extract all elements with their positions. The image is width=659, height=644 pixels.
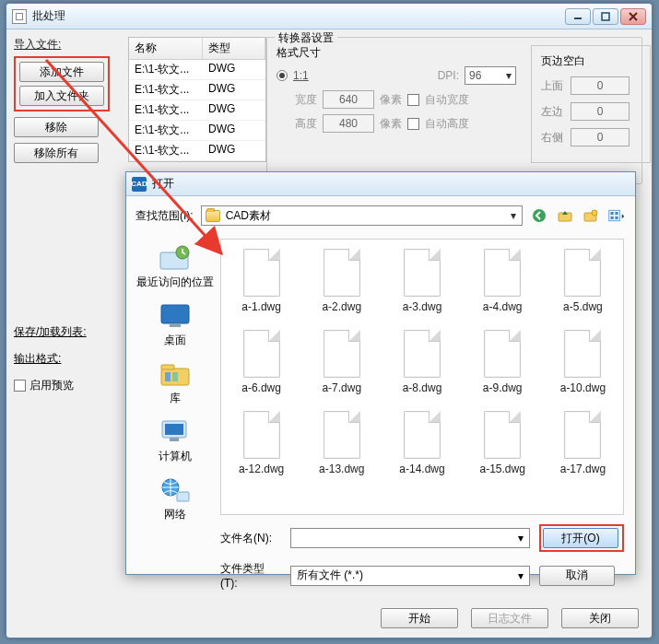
margin-top-input[interactable]: 0 <box>571 76 630 95</box>
filename-input[interactable] <box>290 528 530 548</box>
height-input[interactable]: 480 <box>323 114 374 133</box>
col-type[interactable]: 类型 <box>203 38 265 59</box>
table-row[interactable]: E:\1-软文...DWG <box>129 100 265 121</box>
filetype-select[interactable]: 所有文件 (*.*) <box>290 566 530 586</box>
svg-rect-9 <box>615 217 618 219</box>
file-item[interactable]: a-6.dwg <box>227 330 296 394</box>
auto-width-checkbox[interactable] <box>407 94 419 106</box>
remove-all-button[interactable]: 移除所有 <box>14 143 99 163</box>
table-row[interactable]: E:\1-软文...DWG <box>129 141 265 161</box>
margin-left-input[interactable]: 0 <box>571 102 630 121</box>
open-titlebar[interactable]: CAD 打开 <box>126 172 635 196</box>
output-format-label: 输出格式: <box>14 351 87 367</box>
document-icon <box>484 411 521 459</box>
file-item[interactable]: a-8.dwg <box>387 330 456 394</box>
document-icon <box>564 330 601 378</box>
file-item[interactable]: a-3.dwg <box>387 249 456 313</box>
place-library[interactable]: 库 <box>135 355 215 411</box>
add-buttons-highlight: 添加文件 加入文件夹 <box>14 56 110 111</box>
start-button[interactable]: 开始 <box>381 608 458 628</box>
document-icon <box>324 249 360 297</box>
svg-rect-16 <box>165 372 171 381</box>
back-icon[interactable] <box>530 206 548 225</box>
filetype-label: 文件类型(T): <box>220 561 281 590</box>
ratio-radio[interactable] <box>277 70 288 81</box>
file-item[interactable]: a-4.dwg <box>468 249 537 313</box>
table-row[interactable]: E:\1-软文...DWG <box>129 80 265 100</box>
document-icon <box>243 249 280 297</box>
open-button-highlight: 打开(O) <box>539 524 624 552</box>
dpi-select[interactable]: 96 <box>465 66 516 85</box>
folder-icon <box>206 210 220 222</box>
document-icon <box>484 330 521 378</box>
open-title: 打开 <box>152 176 174 192</box>
enable-preview-checkbox[interactable]: 启用预览 <box>14 378 87 393</box>
document-icon <box>404 249 441 297</box>
file-item[interactable]: a-2.dwg <box>307 249 376 313</box>
document-icon <box>564 249 601 297</box>
cancel-button[interactable]: 取消 <box>539 566 615 586</box>
place-network[interactable]: 网络 <box>135 471 215 527</box>
svg-rect-22 <box>177 492 189 501</box>
file-item[interactable]: a-12.dwg <box>227 411 296 475</box>
titlebar[interactable]: 批处理 <box>6 4 652 29</box>
place-recent[interactable]: 最近访问的位置 <box>135 239 215 295</box>
log-file-button[interactable]: 日志文件 <box>471 608 548 628</box>
svg-rect-20 <box>170 438 179 441</box>
place-computer[interactable]: 计算机 <box>135 413 215 469</box>
document-icon <box>404 330 441 378</box>
document-icon <box>564 411 601 459</box>
file-item[interactable]: a-15.dwg <box>468 411 537 475</box>
page-margin-group: 页边空白 上面0 左边0 右侧0 <box>531 45 651 163</box>
add-folder-button[interactable]: 加入文件夹 <box>19 86 104 106</box>
maximize-button[interactable] <box>593 8 618 25</box>
margin-right-input[interactable]: 0 <box>571 128 630 146</box>
open-button[interactable]: 打开(O) <box>543 528 618 548</box>
document-icon <box>324 330 360 378</box>
close-main-button[interactable]: 关闭 <box>561 608 639 628</box>
svg-rect-6 <box>610 212 613 215</box>
svg-rect-13 <box>170 323 181 327</box>
open-dialog: CAD 打开 查找范围(I): CAD素材 最近访问的位置 桌面 <box>125 171 636 575</box>
open-app-icon: CAD <box>132 177 147 192</box>
file-item[interactable]: a-13.dwg <box>307 411 376 475</box>
document-icon <box>484 249 521 297</box>
remove-button[interactable]: 移除 <box>14 117 99 137</box>
up-folder-icon[interactable] <box>556 206 574 225</box>
file-item[interactable]: a-10.dwg <box>548 330 618 394</box>
svg-rect-17 <box>172 372 178 381</box>
file-item[interactable]: a-9.dwg <box>468 330 537 394</box>
file-item[interactable]: a-14.dwg <box>387 411 456 475</box>
format-size-title: 格式尺寸 <box>277 45 516 61</box>
svg-rect-15 <box>161 365 174 369</box>
file-item[interactable]: a-17.dwg <box>548 411 618 475</box>
svg-rect-19 <box>165 424 183 435</box>
app-icon <box>12 9 27 24</box>
svg-rect-8 <box>610 217 613 219</box>
auto-height-checkbox[interactable] <box>407 118 419 130</box>
places-bar: 最近访问的位置 桌面 库 计算机 网络 <box>135 239 215 563</box>
place-desktop[interactable]: 桌面 <box>135 297 215 353</box>
new-folder-icon[interactable] <box>582 206 600 225</box>
lookin-combo[interactable]: CAD素材 <box>201 205 523 226</box>
file-item[interactable]: a-5.dwg <box>548 249 618 313</box>
document-icon <box>243 411 280 459</box>
minimize-button[interactable] <box>565 8 591 25</box>
filename-label: 文件名(N): <box>220 531 281 546</box>
table-row[interactable]: E:\1-软文...DWG <box>129 121 265 141</box>
width-input[interactable]: 640 <box>323 90 374 109</box>
col-name[interactable]: 名称 <box>129 38 203 59</box>
checkbox-icon <box>14 380 26 392</box>
svg-point-4 <box>592 210 597 216</box>
file-browser[interactable]: a-1.dwga-2.dwga-3.dwga-4.dwga-5.dwga-6.d… <box>220 239 624 515</box>
table-row[interactable]: E:\1-软文...DWG <box>129 60 265 80</box>
file-item[interactable]: a-7.dwg <box>307 330 376 394</box>
file-item[interactable]: a-1.dwg <box>227 249 296 313</box>
converter-settings-title: 转换器设置 <box>275 30 337 46</box>
file-list-table[interactable]: 名称 类型 E:\1-软文...DWGE:\1-软文...DWGE:\1-软文.… <box>128 37 266 162</box>
add-file-button[interactable]: 添加文件 <box>19 62 104 82</box>
view-menu-icon[interactable] <box>607 206 626 225</box>
close-button[interactable] <box>620 8 646 25</box>
document-icon <box>404 411 441 459</box>
document-icon <box>324 411 360 459</box>
